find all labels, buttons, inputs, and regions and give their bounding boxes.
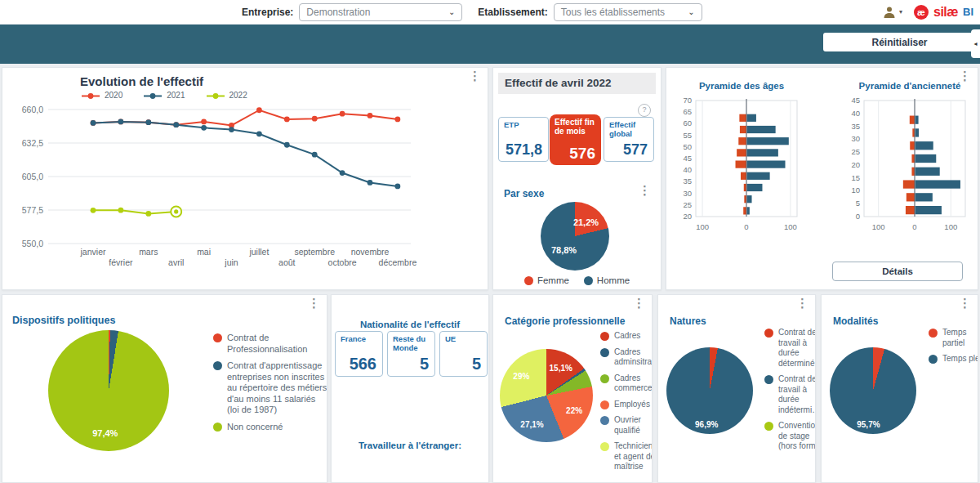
par-sexe-title: Par sexe bbox=[504, 188, 544, 199]
kebab-menu-icon[interactable]: ⋮ bbox=[633, 297, 645, 310]
legend-item[interactable]: Employés bbox=[600, 400, 653, 410]
legend-dot-icon bbox=[929, 329, 938, 338]
legend-label: Femme bbox=[537, 275, 569, 286]
stat-card-value: 571,8 bbox=[506, 141, 542, 159]
legend-dot-icon bbox=[764, 422, 773, 431]
legend-item[interactable]: Temps partiel bbox=[929, 328, 978, 348]
pyramide-ages-title: Pyramide des âges bbox=[676, 81, 807, 91]
top-bar-right: ▾ æ silæ BI bbox=[883, 5, 973, 20]
modalites-pie-chart[interactable]: 95,7% bbox=[830, 347, 916, 434]
stat-card-france[interactable]: France 566 bbox=[335, 331, 383, 377]
legend-dot-icon bbox=[764, 375, 773, 384]
kebab-menu-icon[interactable]: ⋮ bbox=[796, 297, 808, 310]
chart-legend: Contrat de travail à durée déterminé…Con… bbox=[764, 328, 816, 452]
panel-title: Evolution de l'effectif bbox=[80, 74, 203, 88]
silae-logo-text: silæ bbox=[933, 5, 958, 20]
panel-title: Catégorie professionnelle bbox=[505, 315, 625, 327]
legend-item[interactable]: Convention de stage (hors form… bbox=[764, 421, 816, 452]
svg-text:25: 25 bbox=[683, 200, 692, 209]
kebab-menu-icon[interactable]: ⋮ bbox=[308, 297, 320, 310]
collapse-panel-icon[interactable]: ◂ bbox=[971, 29, 980, 58]
legend-item[interactable]: Homme bbox=[584, 275, 630, 286]
legend-item[interactable]: Cadres adminsitra… bbox=[600, 347, 653, 368]
legend-label: Cadres bbox=[614, 331, 653, 342]
kebab-menu-icon[interactable]: ⋮ bbox=[469, 69, 481, 83]
svg-text:mai: mai bbox=[197, 247, 211, 257]
legend-item[interactable]: 2022 bbox=[207, 91, 247, 101]
bi-logo-text: BI bbox=[963, 6, 973, 18]
legend-item[interactable]: Cadres commerce bbox=[600, 373, 653, 394]
svg-text:100: 100 bbox=[784, 222, 797, 231]
panel-header: Effectif de avril 2022 bbox=[498, 73, 656, 94]
svg-text:février: février bbox=[109, 257, 133, 267]
user-menu-caret-icon[interactable]: ▾ bbox=[899, 8, 902, 16]
legend-item[interactable]: Contrat d'apprentissage entreprises non … bbox=[213, 360, 327, 416]
legend-item[interactable]: Non concerné bbox=[213, 422, 327, 433]
filter-bar: Réinitialiser ◂ bbox=[0, 25, 980, 64]
stat-card-reste-du-monde[interactable]: Reste du Monde 5 bbox=[387, 331, 435, 377]
stat-card-effectif-global[interactable]: Effectif global 577 bbox=[604, 117, 654, 162]
legend-label: Temps partiel bbox=[942, 328, 978, 348]
legend-item[interactable]: Techniciens et agent de maîtrise bbox=[600, 441, 653, 472]
panel-title: Nationalité de l'effectif bbox=[332, 320, 488, 329]
legend-item[interactable]: 2020 bbox=[82, 91, 122, 101]
legend-label: Contrat de travail à durée déterminé… bbox=[778, 328, 816, 369]
dispositifs-pie-chart[interactable]: 97,4% bbox=[48, 330, 169, 451]
pie-slice-label: 22% bbox=[566, 406, 582, 415]
legend-dot-icon bbox=[764, 329, 773, 338]
panel-natures: ⋮ Natures 96,9% Contrat de travail à dur… bbox=[657, 294, 816, 483]
natures-pie-chart[interactable]: 96,9% bbox=[666, 347, 753, 434]
legend-item[interactable]: Contrat de Professionnalisation bbox=[213, 333, 327, 355]
legend-label: Homme bbox=[597, 275, 630, 286]
legend-item[interactable]: Contrat de travail à durée déterminé… bbox=[764, 328, 816, 369]
legend-item[interactable]: Ouvrier qualifié bbox=[600, 415, 653, 436]
top-bar: Entreprise: Demonstration ⌄ Etablissemen… bbox=[0, 0, 980, 25]
svg-text:100: 100 bbox=[696, 222, 709, 231]
help-icon[interactable]: ? bbox=[638, 104, 651, 117]
svg-text:50: 50 bbox=[683, 142, 692, 151]
etablissement-select[interactable]: Tous les établissements ⌄ bbox=[554, 3, 702, 21]
legend-item[interactable]: Cadres bbox=[600, 331, 653, 342]
evolution-line-chart[interactable]: 550,0577,5605,0632,5660,0janvierfévrierm… bbox=[2, 105, 488, 277]
chart-legend: Temps partielTemps plein bbox=[929, 328, 978, 364]
details-button[interactable]: Détails bbox=[832, 262, 963, 281]
pyramide-anciennete-chart[interactable]: 0510152025303540451000100 bbox=[844, 96, 975, 236]
silae-logo-icon: æ bbox=[914, 5, 929, 20]
stat-card-label: Effectif global bbox=[609, 121, 650, 138]
stat-card-ue[interactable]: UE 5 bbox=[439, 331, 488, 377]
chevron-down-icon: ⌄ bbox=[688, 7, 694, 16]
stat-card-effectif-fin-de-mois[interactable]: Effectif fin de mois 576 bbox=[550, 114, 601, 165]
svg-text:30: 30 bbox=[683, 189, 692, 198]
legend-item[interactable]: Temps plein bbox=[929, 354, 978, 364]
svg-text:mars: mars bbox=[139, 247, 158, 257]
entreprise-select[interactable]: Demonstration ⌄ bbox=[299, 3, 462, 21]
pie-slice-label: 15,1% bbox=[550, 363, 572, 372]
stat-card-value: 5 bbox=[420, 355, 429, 373]
par-sexe-pie-chart[interactable]: 21,2%78,8% bbox=[541, 202, 609, 271]
legend-item[interactable]: Femme bbox=[524, 275, 569, 286]
stat-card-label: UE bbox=[445, 335, 483, 344]
svg-text:605,0: 605,0 bbox=[22, 172, 43, 181]
stat-card-value: 5 bbox=[472, 355, 481, 373]
svg-text:septembre: septembre bbox=[294, 247, 335, 257]
reset-button[interactable]: Réinitialiser bbox=[823, 33, 976, 51]
user-icon[interactable] bbox=[883, 6, 896, 19]
svg-text:65: 65 bbox=[683, 107, 692, 116]
legend-item[interactable]: Contrat de travail à durée indétermi… bbox=[764, 374, 816, 415]
pyramide-anciennete-title: Pyramide d'ancienneté bbox=[844, 81, 975, 91]
chart-legend: 202020212022 bbox=[82, 91, 247, 101]
legend-item[interactable]: 2021 bbox=[144, 91, 185, 101]
kebab-menu-icon[interactable]: ⋮ bbox=[959, 297, 971, 310]
svg-text:660,0: 660,0 bbox=[22, 105, 43, 114]
categorie-pie-chart[interactable]: 15,1%22%27,1%29% bbox=[500, 349, 593, 442]
svg-text:0: 0 bbox=[744, 222, 748, 231]
pyramide-ages-chart[interactable]: 20253035404550556065701000100 bbox=[676, 96, 807, 236]
legend-dot-icon bbox=[600, 348, 609, 357]
travailleur-etranger-label: Travailleur à l'étranger: bbox=[332, 441, 488, 450]
legend-label: Cadres adminsitra… bbox=[614, 347, 653, 368]
svg-text:10: 10 bbox=[851, 186, 860, 195]
legend-label: 2021 bbox=[167, 91, 185, 101]
kebab-menu-icon[interactable]: ⋮ bbox=[639, 184, 651, 197]
svg-text:30: 30 bbox=[851, 134, 860, 143]
stat-card-etp[interactable]: ETP 571,8 bbox=[498, 117, 549, 162]
